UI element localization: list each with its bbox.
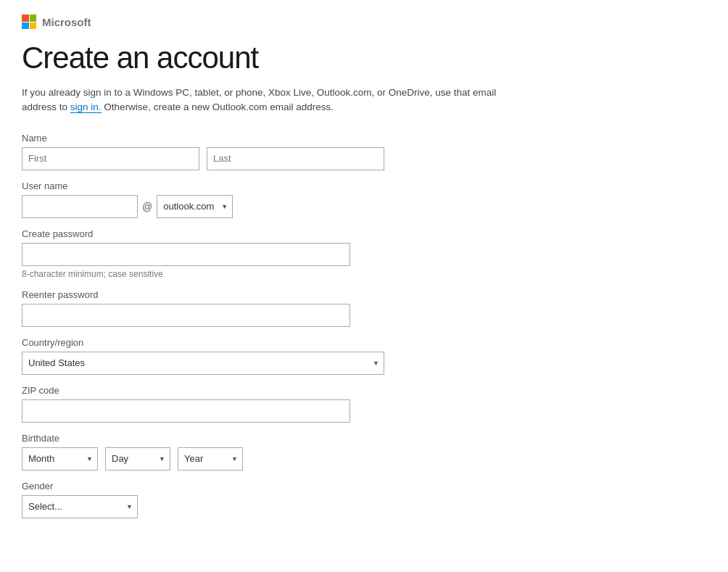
- username-label: User name: [22, 181, 384, 191]
- password-label: Create password: [22, 228, 384, 239]
- page-title: Create an account: [22, 41, 706, 75]
- gender-select-wrapper: Select... Male Female Other: [22, 495, 138, 518]
- country-select-wrapper: United States Canada United Kingdom Aust…: [22, 352, 384, 375]
- gender-label: Gender: [22, 481, 384, 492]
- zip-input[interactable]: [22, 399, 350, 423]
- name-row: [22, 147, 384, 170]
- domain-select-wrapper: outlook.com hotmail.com: [157, 195, 233, 218]
- name-label: Name: [22, 133, 384, 144]
- last-name-input[interactable]: [207, 147, 384, 170]
- reenter-password-input[interactable]: [22, 304, 350, 327]
- year-select-wrapper: Year 20262025202420232022202120202019201…: [178, 447, 243, 471]
- month-select-wrapper: Month January February March April May J…: [22, 447, 98, 471]
- registration-form: Name User name @ outlook.com hotmail.com…: [22, 133, 384, 518]
- year-select[interactable]: Year 20262025202420232022202120202019201…: [178, 447, 243, 471]
- day-select-wrapper: Day 12345 678910 1112131415 1617181920 2…: [105, 447, 170, 471]
- reenter-label: Reenter password: [22, 289, 384, 300]
- username-input[interactable]: [22, 195, 138, 218]
- country-label: Country/region: [22, 337, 384, 348]
- day-select[interactable]: Day 12345 678910 1112131415 1617181920 2…: [105, 447, 170, 471]
- logo-icon: [22, 14, 36, 29]
- at-sign: @: [142, 201, 152, 212]
- brand-name: Microsoft: [42, 16, 91, 28]
- password-hint: 8-character minimum; case sensitive: [22, 269, 384, 279]
- month-select[interactable]: Month January February March April May J…: [22, 447, 98, 471]
- username-row: @ outlook.com hotmail.com: [22, 195, 384, 218]
- domain-select[interactable]: outlook.com hotmail.com: [157, 195, 233, 218]
- password-input[interactable]: [22, 243, 350, 266]
- microsoft-header: Microsoft: [22, 14, 706, 29]
- first-name-input[interactable]: [22, 147, 199, 170]
- country-select[interactable]: United States Canada United Kingdom Aust…: [22, 352, 384, 375]
- gender-select[interactable]: Select... Male Female Other: [22, 495, 138, 518]
- microsoft-logo: Microsoft: [22, 14, 706, 29]
- intro-text: If you already sign in to a Windows PC, …: [22, 86, 529, 115]
- birthdate-label: Birthdate: [22, 433, 384, 444]
- sign-in-link[interactable]: sign in.: [70, 101, 102, 113]
- birthdate-row: Month January February March April May J…: [22, 447, 384, 471]
- zip-label: ZIP code: [22, 385, 384, 396]
